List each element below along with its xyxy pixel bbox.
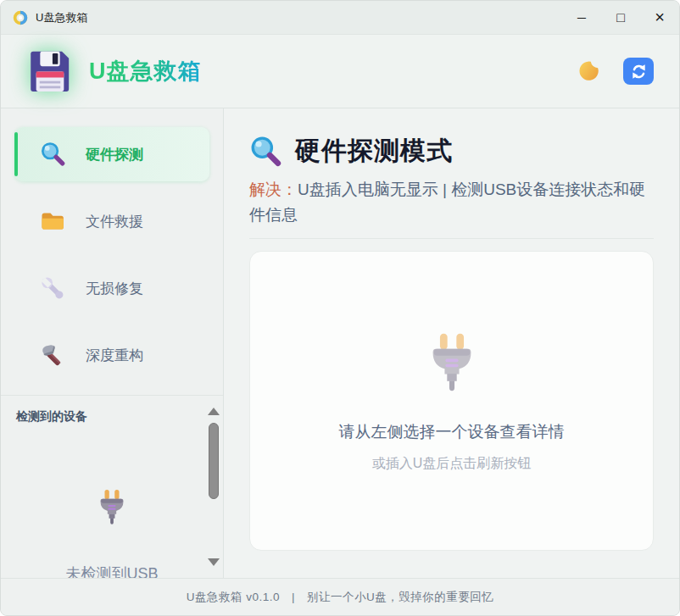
titlebar-title: U盘急救箱 [36, 10, 87, 25]
sidebar-item-label: 深度重构 [86, 346, 143, 365]
wrench-icon [40, 275, 65, 301]
app-logo-icon [13, 10, 28, 25]
titlebar: U盘急救箱 ─ □ × [1, 1, 679, 35]
plug-icon [420, 330, 484, 394]
magnifier-icon [40, 142, 65, 167]
folder-icon [40, 208, 65, 234]
device-detail-empty-card: 请从左侧选择一个设备查看详情 或插入U盘后点击刷新按钮 [249, 251, 654, 551]
close-icon: × [655, 8, 665, 27]
empty-state-line1: 请从左侧选择一个设备查看详情 [339, 421, 565, 443]
scroll-up-button[interactable] [208, 408, 220, 415]
scroll-down-button[interactable] [208, 558, 220, 566]
page-title: 硬件探测模式 [295, 134, 453, 169]
sidebar-item-label: 硬件探测 [86, 145, 143, 164]
minimize-button[interactable]: ─ [562, 1, 601, 34]
main-heading: 硬件探测模式 [249, 134, 654, 169]
app-title: U盘急救箱 [89, 56, 202, 86]
sidebar-nav: 硬件探测 文件救援 无损修复 深度重构 [1, 108, 223, 395]
floppy-disk-icon [26, 47, 74, 95]
maximize-icon: □ [616, 10, 625, 25]
empty-state-line2: 或插入U盘后点击刷新按钮 [372, 455, 532, 473]
sidebar-item-lossless-repair[interactable]: 无损修复 [14, 261, 209, 315]
app-window: U盘急救箱 ─ □ × U盘急救箱 硬件探测 [0, 0, 680, 616]
footer: U盘急救箱 v0.1.0 | 别让一个小U盘，毁掉你的重要回忆 [1, 578, 679, 615]
subtitle-prefix: 解决： [249, 180, 298, 198]
device-list-panel: 检测到的设备 未检测到USB [1, 396, 223, 578]
app-header: U盘急救箱 [1, 35, 679, 108]
sidebar-item-deep-rebuild[interactable]: 深度重构 [14, 328, 209, 382]
sidebar-item-file-rescue[interactable]: 文件救援 [14, 194, 209, 248]
sidebar: 硬件探测 文件救援 无损修复 深度重构 检测到的设备 [1, 108, 224, 578]
magnifier-icon [249, 136, 281, 168]
window-controls: ─ □ × [562, 1, 679, 34]
moon-icon [575, 58, 602, 85]
hammer-icon [40, 342, 65, 368]
plug-icon [92, 487, 131, 526]
minimize-icon: ─ [577, 11, 586, 25]
device-list-heading: 检测到的设备 [16, 409, 208, 425]
header-actions [576, 58, 654, 85]
refresh-icon [629, 62, 649, 81]
sidebar-item-hardware-detect[interactable]: 硬件探测 [14, 127, 209, 181]
main-panel: 硬件探测模式 解决：U盘插入电脑无显示 | 检测USB设备连接状态和硬件信息 请… [224, 108, 679, 578]
scrollbar-thumb[interactable] [209, 423, 219, 499]
refresh-button[interactable] [623, 58, 654, 85]
footer-text: U盘急救箱 v0.1.0 | 别让一个小U盘，毁掉你的重要回忆 [187, 590, 494, 605]
sidebar-scrollbar [208, 402, 220, 571]
sidebar-item-label: 文件救援 [86, 212, 143, 231]
close-button[interactable]: × [640, 1, 679, 34]
page-subtitle: 解决：U盘插入电脑无显示 | 检测USB设备连接状态和硬件信息 [249, 177, 654, 239]
theme-toggle-button[interactable] [576, 58, 601, 84]
sidebar-item-label: 无损修复 [86, 279, 143, 298]
device-list-empty-text: 未检测到USB [1, 563, 223, 578]
device-list-empty-state: 未检测到USB [1, 487, 223, 578]
maximize-button[interactable]: □ [601, 1, 640, 34]
subtitle-text: U盘插入电脑无显示 | 检测USB设备连接状态和硬件信息 [249, 180, 645, 224]
